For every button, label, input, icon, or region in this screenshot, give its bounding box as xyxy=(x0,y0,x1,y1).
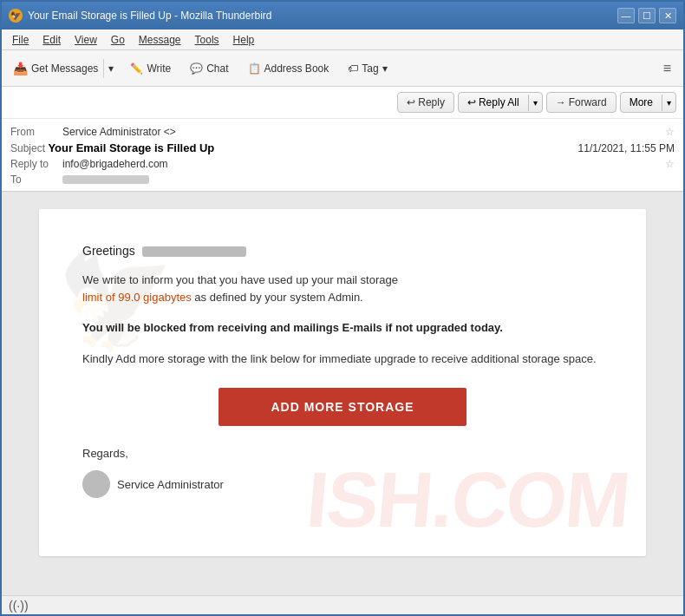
wifi-icon: ((·)) xyxy=(9,599,29,613)
reply-all-label: Reply All xyxy=(479,96,519,108)
email-meta: From Service Administrator <> ☆ Subject … xyxy=(2,119,683,191)
more-dropdown-arrow[interactable]: ▾ xyxy=(662,95,675,111)
reply-button[interactable]: ↩ Reply xyxy=(397,92,454,113)
menu-edit[interactable]: Edit xyxy=(36,32,68,48)
tag-label: Tag xyxy=(362,62,378,75)
greeting-text: Greetings xyxy=(82,244,135,258)
hamburger-menu-button[interactable]: ≡ xyxy=(656,57,678,80)
menu-go[interactable]: Go xyxy=(104,32,132,48)
body-paragraph-3: Kindly Add more storage with the link be… xyxy=(82,351,603,368)
reply-all-button[interactable]: ↩ Reply All xyxy=(459,93,528,112)
app-icon: 🦅 xyxy=(9,9,23,23)
reply-to-value: info@brigadeherd.com xyxy=(62,158,662,170)
reply-all-split-button[interactable]: ↩ Reply All ▾ xyxy=(458,92,543,113)
get-messages-label: Get Messages xyxy=(31,62,98,75)
menu-tools[interactable]: Tools xyxy=(188,32,226,48)
to-row: To xyxy=(10,172,675,187)
forward-button[interactable]: → Forward xyxy=(546,92,616,113)
recipient-name-redacted xyxy=(142,246,246,257)
window-controls: — ☐ ✕ xyxy=(617,8,676,23)
regards-line: Regards, xyxy=(82,447,603,460)
more-button[interactable]: More xyxy=(621,93,662,112)
from-value: Service Administrator <> xyxy=(62,126,662,138)
sender-name: Service Administrator xyxy=(117,478,224,491)
reply-to-star-icon[interactable]: ☆ xyxy=(665,158,675,170)
tag-arrow-icon: ▾ xyxy=(382,62,388,75)
write-label: Write xyxy=(147,62,171,75)
window-title: Your Email Storage is Filled Up - Mozill… xyxy=(28,10,271,22)
chat-button[interactable]: 💬 Chat xyxy=(182,58,236,79)
subject-label: Subject xyxy=(10,142,45,154)
menu-file[interactable]: File xyxy=(5,32,36,48)
status-bar: ((·)) xyxy=(2,595,683,614)
minimize-button[interactable]: — xyxy=(617,8,635,23)
add-storage-button[interactable]: ADD MORE STORAGE xyxy=(219,388,466,426)
body-paragraph-2: You will be blocked from receiving and m… xyxy=(82,319,603,337)
chat-icon: 💬 xyxy=(190,62,203,75)
forward-label: Forward xyxy=(569,96,607,108)
get-messages-button[interactable]: 📥 Get Messages ▾ xyxy=(7,57,119,80)
menu-view[interactable]: View xyxy=(68,32,104,48)
greeting-line: Greetings xyxy=(82,244,603,258)
reply-to-label: Reply to xyxy=(10,158,62,170)
body-para2-text: You will be blocked from receiving and m… xyxy=(82,321,503,334)
to-label: To xyxy=(10,174,62,186)
get-messages-main[interactable]: 📥 Get Messages xyxy=(8,58,103,79)
more-label: More xyxy=(630,96,653,108)
tag-button[interactable]: 🏷 Tag ▾ xyxy=(340,58,395,79)
title-bar-left: 🦅 Your Email Storage is Filled Up - Mozi… xyxy=(9,9,271,23)
body-paragraph-1: We write to inform you that you have use… xyxy=(82,272,603,305)
email-content: Greetings We write to inform you that yo… xyxy=(82,244,603,498)
get-messages-icon: 📥 xyxy=(13,62,28,75)
write-icon: ✏️ xyxy=(130,62,143,75)
email-body: ISH.COM 🦅 Greetings We write to inform y… xyxy=(39,209,646,556)
more-split-button[interactable]: More ▾ xyxy=(620,92,676,113)
from-row: From Service Administrator <> ☆ xyxy=(10,124,675,140)
sender-row: Service Administrator xyxy=(82,470,603,498)
get-messages-dropdown-arrow[interactable]: ▾ xyxy=(103,59,118,78)
main-window: 🦅 Your Email Storage is Filled Up - Mozi… xyxy=(0,0,685,616)
title-bar: 🦅 Your Email Storage is Filled Up - Mozi… xyxy=(2,2,683,29)
from-star-icon[interactable]: ☆ xyxy=(665,126,675,138)
toolbar: 📥 Get Messages ▾ ✏️ Write 💬 Chat 📋 Addre… xyxy=(2,50,683,87)
email-date: 11/1/2021, 11:55 PM xyxy=(578,142,675,154)
chat-label: Chat xyxy=(206,62,228,75)
close-button[interactable]: ✕ xyxy=(659,8,676,23)
body-para1-post: as defined by your system Admin. xyxy=(194,291,362,304)
reply-icon: ↩ xyxy=(407,96,415,108)
subject-row: Subject Your Email Storage is Filled Up … xyxy=(10,140,675,156)
reply-all-icon: ↩ xyxy=(467,96,476,108)
address-book-icon: 📋 xyxy=(248,62,261,75)
email-body-container: ISH.COM 🦅 Greetings We write to inform y… xyxy=(2,192,683,595)
body-para1-highlight: limit of 99.0 gigabytes xyxy=(82,291,192,304)
sender-avatar xyxy=(82,470,110,498)
body-para3-text: Kindly Add more storage with the link be… xyxy=(82,352,597,365)
from-label: From xyxy=(10,126,62,138)
to-value-redacted xyxy=(62,175,149,184)
write-button[interactable]: ✏️ Write xyxy=(122,58,179,79)
menu-message[interactable]: Message xyxy=(132,32,188,48)
cta-container: ADD MORE STORAGE xyxy=(82,388,603,426)
reply-all-dropdown-arrow[interactable]: ▾ xyxy=(528,95,542,111)
email-action-bar: ↩ Reply ↩ Reply All ▾ → Forward More ▾ xyxy=(2,87,683,119)
address-book-button[interactable]: 📋 Address Book xyxy=(240,58,337,79)
menu-bar: File Edit View Go Message Tools Help xyxy=(2,29,683,50)
body-para1-pre: We write to inform you that you have use… xyxy=(82,273,398,286)
reply-to-row: Reply to info@brigadeherd.com ☆ xyxy=(10,156,675,172)
tag-icon: 🏷 xyxy=(348,62,358,75)
maximize-button[interactable]: ☐ xyxy=(638,8,656,23)
address-book-label: Address Book xyxy=(264,62,329,75)
email-header: ↩ Reply ↩ Reply All ▾ → Forward More ▾ xyxy=(2,87,683,192)
forward-icon: → xyxy=(556,96,566,108)
reply-label: Reply xyxy=(418,96,445,108)
subject-area: Subject Your Email Storage is Filled Up xyxy=(10,141,214,154)
menu-help[interactable]: Help xyxy=(226,32,262,48)
subject-value: Your Email Storage is Filled Up xyxy=(48,141,214,154)
